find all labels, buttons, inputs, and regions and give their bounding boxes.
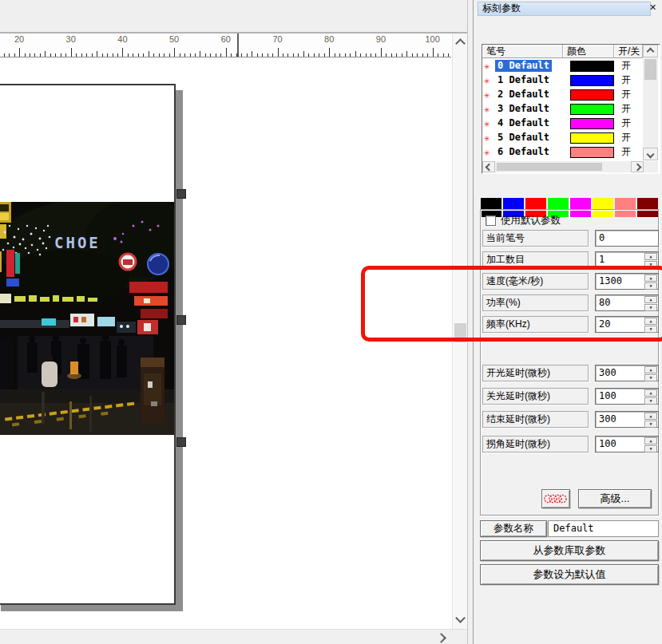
- pen-state[interactable]: 开: [621, 132, 631, 144]
- spin-down-button[interactable]: ▼: [644, 304, 657, 311]
- pen-scroll-right-button[interactable]: [631, 161, 644, 172]
- pen-name[interactable]: 6 Default: [495, 146, 552, 158]
- pen-scroll-down-button[interactable]: [643, 148, 658, 160]
- spin-down-button[interactable]: ▼: [644, 421, 657, 428]
- advanced-button[interactable]: 高级...: [578, 489, 652, 508]
- spin-up-button[interactable]: ▲: [644, 275, 657, 282]
- pen-state[interactable]: 开: [621, 146, 631, 158]
- spin-down-button[interactable]: ▼: [644, 445, 657, 452]
- pen-row[interactable]: ✳0 Default开: [482, 59, 643, 73]
- spin-down-button[interactable]: ▼: [644, 374, 657, 381]
- pen-color-swatch[interactable]: [570, 61, 614, 72]
- panel-titlebar[interactable]: 标刻参数: [478, 2, 651, 16]
- ruler-label: 20: [9, 34, 30, 44]
- pen-row[interactable]: ✳1 Default开: [482, 73, 643, 88]
- ruler-tick: [303, 51, 304, 57]
- selection-handle-top-right[interactable]: [176, 189, 186, 199]
- ruler-tick: [438, 53, 438, 57]
- scroll-right-icon[interactable]: [436, 633, 446, 643]
- spin-up-button[interactable]: ▲: [644, 366, 657, 373]
- ruler-tick: [298, 53, 299, 57]
- pen-state[interactable]: 开: [621, 103, 631, 115]
- field-input[interactable]: 100▲▼: [595, 388, 659, 405]
- pen-name[interactable]: 4 Default: [495, 117, 552, 129]
- pen-list-column-header[interactable]: 颜色: [563, 45, 614, 58]
- vscroll-thumb[interactable]: [454, 323, 466, 342]
- pen-vscroll-thumb[interactable]: [644, 59, 656, 80]
- ruler-tick: [92, 53, 93, 57]
- pen-scroll-up-button[interactable]: [643, 45, 658, 57]
- pen-name[interactable]: 1 Default: [495, 74, 552, 86]
- pen-name[interactable]: 3 Default: [495, 103, 552, 115]
- ruler-tick: [216, 53, 216, 57]
- selection-handle-mid-right[interactable]: [176, 315, 186, 325]
- pen-row[interactable]: ✳6 Default开: [482, 145, 643, 160]
- pen-state[interactable]: 开: [621, 117, 631, 129]
- field-input[interactable]: 80▲▼: [595, 294, 659, 311]
- field-label: 加工数目: [482, 251, 589, 268]
- pen-color-swatch[interactable]: [570, 118, 614, 129]
- spin-up-button[interactable]: ▲: [644, 389, 657, 397]
- param-name-field[interactable]: Default: [548, 520, 659, 537]
- pen-hscroll-thumb[interactable]: [497, 163, 602, 171]
- ruler-tick: [448, 53, 449, 57]
- street-photo-object[interactable]: CHOE: [0, 202, 174, 435]
- canvas-vscrollbar[interactable]: [452, 34, 468, 629]
- spin-down-button[interactable]: ▼: [644, 261, 657, 268]
- field-input[interactable]: 1▲▼: [595, 251, 659, 268]
- pen-color-swatch[interactable]: [570, 132, 614, 144]
- pen-row[interactable]: ✳4 Default开: [482, 117, 643, 131]
- pen-color-swatch[interactable]: [570, 104, 614, 115]
- pen-state[interactable]: 开: [621, 89, 631, 101]
- field-input[interactable]: 300▲▼: [595, 365, 659, 381]
- pen-name[interactable]: 5 Default: [495, 132, 552, 144]
- pen-state[interactable]: 开: [621, 74, 631, 86]
- pen-color-swatch[interactable]: [570, 147, 614, 158]
- field-input[interactable]: 300▲▼: [595, 411, 659, 428]
- field-input[interactable]: 0: [595, 230, 659, 247]
- pen-list-vscrollbar[interactable]: [643, 45, 658, 160]
- spin-up-button[interactable]: ▲: [644, 413, 657, 420]
- spin-down-button[interactable]: ▼: [644, 326, 657, 333]
- svg-text:CHOE: CHOE: [54, 234, 101, 251]
- canvas-hscrollbar[interactable]: [0, 629, 467, 644]
- spin-up-button[interactable]: ▲: [644, 253, 657, 260]
- pen-scroll-left-button[interactable]: [482, 161, 495, 172]
- spin-down-button[interactable]: ▼: [644, 282, 657, 290]
- spin-up-button[interactable]: ▲: [644, 296, 657, 303]
- ruler-tick: [329, 48, 330, 57]
- toolbar-strip: [0, 0, 467, 34]
- pen-list-hscrollbar[interactable]: [482, 161, 658, 172]
- field-input[interactable]: 1300▲▼: [595, 273, 659, 290]
- param-name-label[interactable]: 参数名称: [480, 520, 547, 537]
- get-from-library-button[interactable]: 从参数库取参数: [480, 540, 659, 561]
- selection-handle-bottom-right[interactable]: [176, 437, 186, 447]
- ruler-tick: [287, 53, 288, 57]
- spin-up-button[interactable]: ▲: [644, 318, 657, 325]
- field-input[interactable]: 100▲▼: [595, 436, 659, 452]
- spin-up-button[interactable]: ▲: [644, 437, 657, 444]
- pen-list-column-header[interactable]: 开/关: [614, 45, 643, 58]
- ruler-tick: [210, 53, 211, 57]
- pen-row[interactable]: ✳2 Default开: [482, 88, 643, 102]
- pen-color-swatch[interactable]: [570, 89, 614, 101]
- pen-list-column-header[interactable]: 笔号: [482, 45, 563, 58]
- close-icon[interactable]: ✕: [647, 2, 659, 14]
- field-input[interactable]: 20▲▼: [595, 316, 659, 333]
- ruler-tick: [355, 51, 356, 57]
- use-default-checkbox[interactable]: [486, 215, 496, 226]
- ruler-tick: [391, 53, 392, 57]
- pen-name[interactable]: 0 Default: [495, 60, 552, 72]
- pen-name[interactable]: 2 Default: [495, 89, 552, 101]
- drawing-workspace[interactable]: CHOE: [0, 57, 451, 629]
- pen-row[interactable]: ✳3 Default开: [482, 102, 643, 117]
- laser-rings-button[interactable]: [541, 489, 570, 508]
- ruler-tick: [65, 53, 66, 57]
- pen-state[interactable]: 开: [621, 60, 631, 72]
- pen-color-swatch[interactable]: [570, 75, 614, 86]
- spin-down-button[interactable]: ▼: [644, 397, 657, 405]
- set-as-default-button[interactable]: 参数设为默认值: [480, 564, 659, 585]
- pen-row[interactable]: ✳5 Default开: [482, 131, 643, 145]
- scroll-down-icon[interactable]: [455, 613, 466, 623]
- scroll-up-icon[interactable]: [455, 38, 466, 49]
